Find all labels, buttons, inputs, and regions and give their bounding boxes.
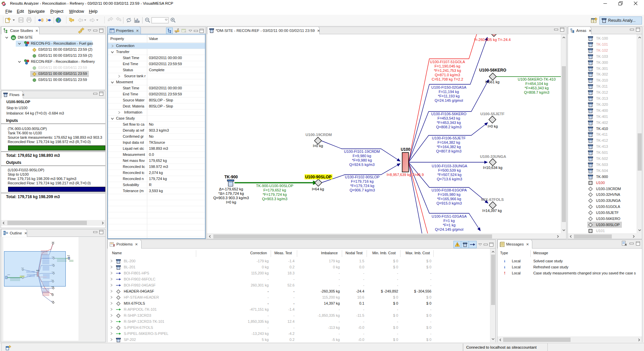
svg-text:F=179,716 kg: F=179,716 kg [351, 179, 374, 183]
svg-text:U100-56KERO: U100-56KERO [479, 68, 506, 73]
svg-text:U100-FI107-51GOLA: U100-FI107-51GOLA [430, 60, 465, 64]
svg-text:I=10,634 kg: I=10,634 kg [483, 166, 502, 170]
svg-text:*F=179,724 kg: *F=179,724 kg [350, 184, 374, 188]
svg-text:U100-FI150-02GASA: U100-FI150-02GASA [431, 85, 467, 89]
svg-text:F=9,980 kg: F=9,980 kg [353, 154, 371, 158]
svg-text:I=14,397 kg: I=14,397 kg [482, 209, 502, 213]
svg-text:F=165,980 kg: F=165,980 kg [438, 192, 461, 196]
svg-text:U100-FI106-56KERO: U100-FI106-56KERO [431, 112, 467, 116]
svg-text:Q=915.0 kg/m3: Q=915.0 kg/m3 [436, 201, 462, 205]
svg-text:U100: U100 [401, 147, 411, 152]
svg-text:F=454,104 kg: F=454,104 kg [525, 82, 548, 86]
svg-text:Δ=-179,652 kg: Δ=-179,652 kg [219, 187, 243, 191]
svg-text:m: m [12, 36, 15, 40]
svg-text:*F=453,343 kg: *F=453,343 kg [437, 121, 461, 125]
svg-text:Q=808.2 kg/m3: Q=808.2 kg/m3 [436, 125, 462, 129]
svg-text:U100-FI101-19CRDM: U100-FI101-19CRDM [344, 149, 380, 153]
svg-text:*F=1 kg: *F=1 kg [443, 223, 455, 227]
svg-text:*F=453,343 kg: *F=453,343 kg [525, 86, 549, 90]
svg-text:I=0 kg: I=0 kg [488, 124, 498, 128]
svg-text:*F=165,966 kg: *F=165,966 kg [437, 197, 461, 201]
svg-text:*F=1,241,753 kg: *F=1,241,753 kg [434, 69, 461, 73]
svg-text:C=51,708 kg T=2.2: C=51,708 kg T=2.2 [432, 77, 463, 81]
svg-text:F=453,543 kg: F=453,543 kg [437, 116, 460, 120]
svg-text:I=0 kg: I=0 kg [226, 200, 236, 204]
svg-text:U100-FI108-61GOPA: U100-FI108-61GOPA [432, 188, 467, 192]
svg-text:F=164,382 kg: F=164,382 kg [437, 140, 460, 144]
svg-text:*Δ=-179,724 kg: *Δ=-179,724 kg [218, 191, 244, 195]
svg-text:F=500,539 kg: F=500,539 kg [438, 168, 461, 172]
svg-text:Q=871.0 kg/m3: Q=871.0 kg/m3 [435, 73, 460, 77]
svg-text:U100-19CRDM: U100-19CRDM [306, 133, 332, 137]
svg-text:U100-FI103-33UNGA: U100-FI103-33UNGA [432, 164, 467, 168]
svg-text:Q=924.5 kg/m3: Q=924.5 kg/m3 [349, 163, 375, 167]
svg-text:Q=24.145 g/gmol: Q=24.145 g/gmol [435, 98, 463, 102]
svg-text:F=11,194 kg: F=11,194 kg [439, 90, 459, 94]
svg-text:*F=507,524 kg: *F=507,524 kg [437, 173, 462, 177]
svg-text:TK-900-U100-90SLOP: TK-900-U100-90SLOP [256, 184, 293, 188]
svg-text:I=0 kg: I=0 kg [313, 144, 323, 148]
svg-text:Q=903.3 kg/m3: Q=903.3 kg/m3 [262, 197, 287, 201]
svg-text:U100-56KERO-TK-410: U100-56KERO-TK-410 [518, 77, 555, 81]
svg-text:*F=179,724 kg: *F=179,724 kg [263, 192, 287, 196]
svg-text:Q=24.145 g/gmol: Q=24.145 g/gmol [435, 227, 464, 231]
svg-text:I=-260,305 kg T=-24.4: I=-260,305 kg T=-24.4 [474, 38, 511, 42]
svg-text:U100-FI102-90SLOP: U100-FI102-90SLOP [345, 175, 379, 179]
svg-text:I=64 kg: I=64 kg [312, 187, 324, 191]
svg-text:F=179,652 kg: F=179,652 kg [263, 188, 286, 192]
svg-text:*F=11,193 kg: *F=11,193 kg [438, 94, 460, 98]
svg-text:U100-55JETF: U100-55JETF [480, 112, 504, 116]
svg-text:F=1,190,045 kg: F=1,190,045 kg [435, 64, 461, 68]
svg-text:U100-33UNGA: U100-33UNGA [480, 155, 506, 159]
svg-text:TK-900: TK-900 [224, 175, 238, 179]
svg-text:MIX-67FOLS: MIX-67FOLS [481, 198, 504, 202]
svg-text:Q=903.3 903.3 kg/m3: Q=903.3 903.3 kg/m3 [213, 196, 249, 200]
svg-text:I=8,957,639 kg T=45.9: I=8,957,639 kg T=45.9 [387, 173, 424, 177]
svg-text:I=561 kg: I=561 kg [485, 80, 500, 84]
svg-text:U100-FI106-55JETF: U100-FI106-55JETF [432, 136, 466, 140]
svg-text:*F=164,382 kg: *F=164,382 kg [437, 145, 461, 149]
svg-text:*F=9,980 kg: *F=9,980 kg [352, 158, 372, 162]
svg-text:U100-90SLOP: U100-90SLOP [305, 175, 332, 179]
svg-text:Q=713.6 kg/m3: Q=713.6 kg/m3 [437, 177, 462, 181]
svg-text:Q=807.8 kg/m3: Q=807.8 kg/m3 [436, 149, 462, 153]
svg-text:U100-FI151-02GASA: U100-FI151-02GASA [432, 214, 467, 218]
svg-text:Q=906.7 kg/m3: Q=906.7 kg/m3 [350, 188, 375, 192]
svg-text:Q=808.7 kg/m3: Q=808.7 kg/m3 [524, 90, 549, 94]
svg-text:F=1 kg: F=1 kg [443, 219, 455, 223]
